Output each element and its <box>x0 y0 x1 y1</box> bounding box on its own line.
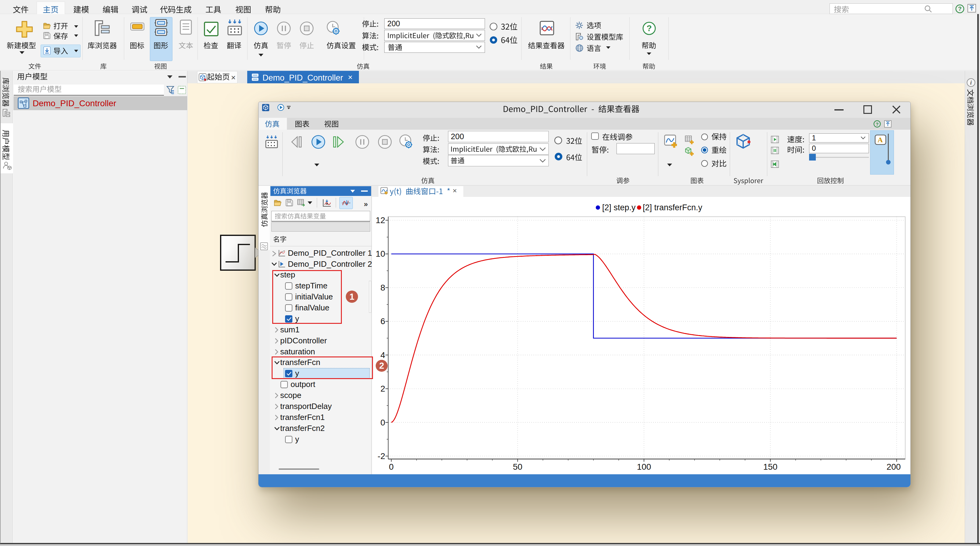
svg-text:?: ? <box>876 121 878 127</box>
svg-text:A: A <box>877 136 883 144</box>
svg-text:?: ? <box>646 24 652 33</box>
svg-text:i: i <box>970 80 972 86</box>
svg-text:?: ? <box>958 5 962 12</box>
